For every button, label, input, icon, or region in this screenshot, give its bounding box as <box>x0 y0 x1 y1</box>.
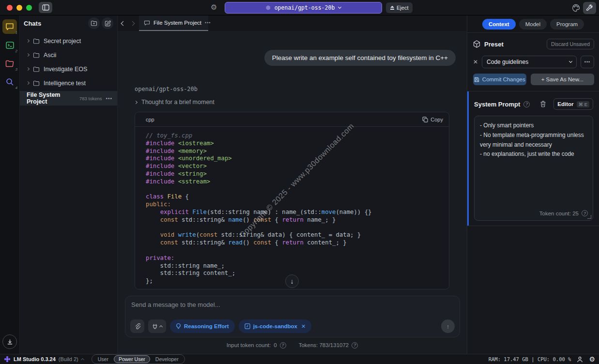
help-icon[interactable]: ? <box>280 342 286 349</box>
message-input[interactable] <box>131 301 402 308</box>
new-folder-button[interactable] <box>88 17 100 29</box>
chat-folder-item[interactable]: Intelligence test <box>20 76 117 90</box>
js-code-sandbox-label: js-code-sandbox <box>253 323 297 329</box>
tab-file-system-project[interactable]: File System Project ••• <box>139 15 208 31</box>
rail-chat-button[interactable]: 1 <box>2 19 17 34</box>
rail-models-button[interactable]: 3 <box>2 56 17 71</box>
reasoning-effort-label: Reasoning Effort <box>184 323 229 329</box>
folder-icon <box>33 80 40 86</box>
nav-back-icon[interactable] <box>121 21 126 26</box>
chevron-down-icon <box>569 60 572 63</box>
ram-usage: RAM: 17.47 GB <box>489 356 528 362</box>
down-arrow-icon: ↓ <box>291 277 294 285</box>
developer-tools-button[interactable] <box>583 2 596 14</box>
right-panel: Context Model Program Preset Discard Uns… <box>467 15 599 354</box>
system-prompt-editor[interactable]: - Only smart pointers - No template meta… <box>474 116 593 221</box>
downloads-button[interactable] <box>2 334 17 349</box>
rail-developer-button[interactable]: 2 <box>2 38 17 52</box>
model-selector[interactable]: openai/gpt-oss-20b <box>225 2 382 14</box>
js-code-sandbox-chip[interactable]: js-code-sandbox ✕ <box>239 319 312 333</box>
commit-changes-button[interactable]: Commit Changes <box>473 74 526 85</box>
code-language-label: cpp <box>146 117 422 122</box>
clear-system-prompt-button[interactable] <box>540 101 546 107</box>
mode-user[interactable]: User <box>93 356 113 363</box>
tab-menu-icon[interactable]: ••• <box>205 20 211 25</box>
copy-icon <box>422 117 428 122</box>
mode-developer[interactable]: Developer <box>151 356 183 363</box>
reasoning-effort-chip[interactable]: Reasoning Effort <box>170 319 235 333</box>
copy-code-button[interactable]: Copy <box>422 117 443 122</box>
tab-label: File System Project <box>154 20 201 26</box>
chat-list-item-selected[interactable]: File System Project 783 tokens ••• <box>20 91 117 106</box>
clear-preset-icon[interactable]: ✕ <box>473 59 478 65</box>
save-icon <box>474 77 479 82</box>
chat-folder-item[interactable]: Investigate EOS <box>20 62 117 76</box>
eject-label: Eject <box>397 5 408 11</box>
settings-gear-icon[interactable]: ⚙ <box>589 356 595 363</box>
rail-discover-button[interactable]: 4 <box>2 75 17 89</box>
resize-handle[interactable] <box>587 215 591 219</box>
user-message-bubble: Please write an example self contained t… <box>264 50 456 66</box>
chevron-right-icon <box>26 53 30 57</box>
save-as-new-button[interactable]: + Save As New... <box>531 74 594 85</box>
system-prompt-section: System Prompt ? Editor ⌘ E - Only smart … <box>467 91 599 226</box>
lightbulb-icon <box>176 323 181 330</box>
wrench-icon <box>586 4 593 12</box>
chevron-up-icon[interactable] <box>81 358 84 362</box>
minimize-window-button[interactable] <box>16 5 22 11</box>
commit-changes-label: Commit Changes <box>482 76 525 82</box>
app-version: LM Studio 0.3.24 <box>14 356 56 362</box>
maximize-window-button[interactable] <box>26 5 32 11</box>
plugins-button[interactable] <box>148 319 166 333</box>
thought-toggle[interactable]: Thought for a brief moment <box>135 99 456 106</box>
user-profile-icon[interactable] <box>577 356 583 363</box>
preset-title: Preset <box>484 41 543 48</box>
tab-context[interactable]: Context <box>482 19 516 30</box>
sidebar-toggle-icon <box>42 4 49 11</box>
chat-folder-list: Secret project Ascii Investigate EOS Int… <box>20 31 117 90</box>
sidebar-toggle-button[interactable] <box>39 2 52 13</box>
main-panel: File System Project ••• Copyright © 2025… <box>118 15 467 354</box>
scroll-to-bottom-button[interactable]: ↓ <box>285 274 299 288</box>
eject-icon <box>390 6 394 9</box>
folder-icon <box>33 38 40 44</box>
chat-folder-item[interactable]: Secret project <box>20 34 117 48</box>
discard-unsaved-button[interactable]: Discard Unsaved <box>547 39 594 49</box>
eject-button[interactable]: Eject <box>386 2 413 13</box>
left-rail: 1 2 3 4 <box>0 15 20 354</box>
input-token-count-label: Input token count: <box>227 342 271 348</box>
editor-button[interactable]: Editor ⌘ E <box>553 98 593 110</box>
help-icon[interactable]: ? <box>523 101 530 107</box>
chat-settings-gear-icon[interactable]: ⚙ <box>211 3 217 11</box>
attach-file-button[interactable] <box>130 319 144 333</box>
send-message-button[interactable]: ↑ <box>441 319 455 333</box>
system-prompt-token-count: Token count: 25 <box>539 211 579 216</box>
editor-label: Editor <box>557 101 573 107</box>
chevron-right-icon <box>26 81 30 85</box>
help-icon[interactable]: ? <box>352 342 358 349</box>
mode-power-user[interactable]: Power User <box>114 355 150 363</box>
tab-model[interactable]: Model <box>519 19 547 30</box>
terminal-icon <box>6 42 14 49</box>
up-arrow-icon: ↑ <box>446 323 450 330</box>
input-token-count-value: 0 <box>274 342 276 348</box>
chat-more-icon[interactable]: ••• <box>106 96 112 101</box>
model-selector-label: openai/gpt-oss-20b <box>275 4 335 11</box>
close-window-button[interactable] <box>7 5 13 11</box>
status-bar: LM Studio 0.3.24 (Build 2) User Power Us… <box>0 354 599 364</box>
tab-program[interactable]: Program <box>550 19 584 30</box>
chat-bubble-icon <box>5 23 14 30</box>
preset-select[interactable]: Code guidelines <box>482 56 577 68</box>
remove-chip-icon[interactable]: ✕ <box>301 323 306 330</box>
chevron-right-icon <box>26 39 30 43</box>
preset-more-button[interactable]: ••• <box>581 56 594 68</box>
folder-label: Secret project <box>44 38 81 45</box>
app-build: (Build 2) <box>59 356 78 362</box>
theme-palette-icon[interactable] <box>572 4 580 12</box>
cpu-usage: CPU: 0.00 % <box>538 356 571 362</box>
nav-forward-icon[interactable] <box>130 21 135 26</box>
system-prompt-text[interactable]: - Only smart pointers - No template meta… <box>480 121 587 159</box>
chevron-up-icon <box>159 325 163 329</box>
chat-folder-item[interactable]: Ascii <box>20 48 117 62</box>
new-chat-button[interactable] <box>102 17 113 29</box>
